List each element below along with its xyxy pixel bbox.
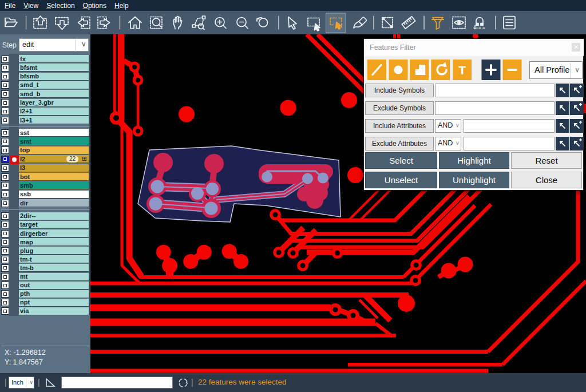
svg-text:T: T	[458, 64, 466, 77]
